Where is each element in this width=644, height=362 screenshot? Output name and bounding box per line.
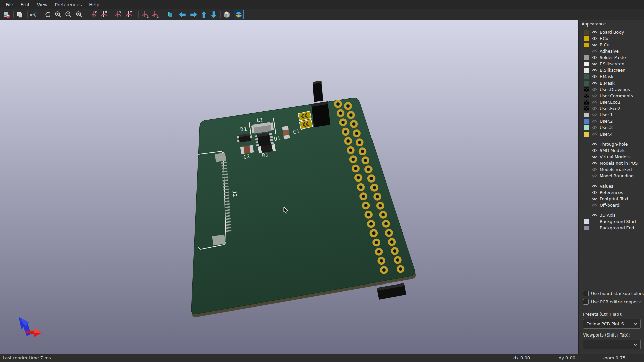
color-swatch[interactable]: [584, 119, 589, 124]
color-swatch[interactable]: [584, 132, 589, 137]
color-swatch[interactable]: [584, 94, 589, 98]
row-label: F.Cu: [600, 36, 608, 41]
color-swatch[interactable]: [584, 30, 589, 35]
color-swatch[interactable]: [584, 106, 589, 111]
visibility-eye-slash-icon[interactable]: [592, 87, 598, 92]
move-right-button[interactable]: [189, 10, 199, 19]
color-swatch[interactable]: [584, 226, 589, 230]
visibility-eye-slash-icon[interactable]: [592, 119, 598, 124]
toolbar-separator: [176, 11, 176, 18]
menu-help[interactable]: Help: [85, 1, 103, 9]
visibility-eye-slash-icon[interactable]: [592, 174, 598, 178]
row-user-eco2: User.Eco2: [579, 105, 644, 112]
move-down-icon: [209, 10, 218, 19]
row-b-silkscreen: B.Silkscreen: [579, 67, 644, 73]
visibility-eye-slash-icon[interactable]: [592, 132, 598, 137]
visibility-eye-icon[interactable]: [592, 74, 598, 79]
visibility-eye-slash-icon[interactable]: [592, 49, 598, 54]
visibility-eye-slash-icon[interactable]: [592, 113, 598, 117]
color-swatch[interactable]: [584, 62, 589, 66]
move-up-button[interactable]: [199, 10, 209, 19]
row-through-hole: Through-hole: [579, 141, 644, 147]
move-left-button[interactable]: [178, 10, 187, 19]
visibility-eye-slash-icon[interactable]: [592, 106, 598, 111]
menu-view[interactable]: View: [33, 1, 51, 9]
menu-preferences[interactable]: Preferences: [51, 1, 85, 9]
through-hole-pad: [376, 249, 382, 255]
orthographic-projection-button[interactable]: [222, 10, 232, 19]
row-label: Solder Paste: [600, 55, 626, 60]
visibility-eye-icon[interactable]: [592, 30, 598, 35]
visibility-eye-icon[interactable]: [592, 148, 598, 153]
redraw-icon: [44, 11, 52, 19]
color-swatch[interactable]: [584, 81, 589, 86]
checkbox-row-copper[interactable]: Use PCB editor copper c: [583, 299, 644, 305]
color-swatch[interactable]: [584, 113, 589, 117]
through-hole-pad: [366, 212, 371, 218]
copy-image-button[interactable]: [15, 10, 25, 19]
checkbox-row-stackup[interactable]: Use board stackup colors: [583, 291, 644, 296]
render-raytracing-button[interactable]: [29, 10, 38, 19]
menu-file[interactable]: File: [2, 1, 17, 9]
color-swatch[interactable]: [584, 74, 589, 79]
color-swatch[interactable]: [584, 43, 589, 47]
checkbox-use-board-stackup-colors[interactable]: [583, 291, 589, 296]
color-swatch[interactable]: [584, 68, 589, 73]
checkbox-use-pcb-editor-copper-colors[interactable]: [583, 299, 589, 305]
rotate-z-counterclockwise-button[interactable]: Z: [150, 10, 160, 19]
color-swatch[interactable]: [584, 36, 589, 41]
visibility-eye-icon[interactable]: [592, 184, 598, 189]
visibility-eye-icon[interactable]: [592, 81, 598, 86]
rotate-z-clockwise-button[interactable]: Z: [140, 10, 150, 19]
visibility-eye-icon[interactable]: [592, 155, 598, 159]
visibility-eye-icon[interactable]: [592, 68, 598, 73]
toolbar-separator: [87, 11, 87, 18]
visibility-eye-slash-icon[interactable]: [592, 125, 598, 130]
appearance-rows: Board BodyF.CuB.CuAdhesiveSolder PasteF.…: [579, 29, 644, 231]
visibility-eye-slash-icon[interactable]: [592, 167, 598, 172]
color-swatch[interactable]: [584, 219, 589, 224]
move-up-icon: [199, 10, 208, 19]
zoom-to-fit-button[interactable]: [75, 10, 84, 19]
rotate-y-counterclockwise-button[interactable]: Y: [124, 10, 134, 19]
visibility-eye-slash-icon[interactable]: [592, 94, 598, 98]
reload-board-button[interactable]: [2, 10, 12, 19]
visibility-eye-icon[interactable]: [592, 142, 598, 147]
row-f-silkscreen: F.Silkscreen: [579, 61, 644, 67]
presets-dropdown[interactable]: Follow PCB Plot S...: [583, 319, 641, 329]
rotate-y-clockwise-button[interactable]: Y: [113, 10, 123, 19]
move-down-button[interactable]: [209, 10, 219, 19]
zoom-in-button[interactable]: [54, 10, 63, 19]
toolbar-separator: [111, 11, 111, 18]
viewports-dropdown[interactable]: ---: [583, 340, 641, 349]
menu-edit[interactable]: Edit: [17, 1, 33, 9]
visibility-eye-slash-icon[interactable]: [592, 100, 598, 105]
visibility-eye-icon[interactable]: [592, 190, 598, 195]
color-swatch[interactable]: [584, 55, 589, 60]
visibility-eye-icon[interactable]: [592, 197, 598, 201]
visibility-eye-icon[interactable]: [592, 36, 598, 41]
through-hole-pad: [389, 239, 395, 245]
visibility-eye-icon[interactable]: [592, 161, 598, 166]
rotate-x-clockwise-button[interactable]: X: [89, 10, 98, 19]
rotate-x-counterclockwise-button[interactable]: X: [99, 10, 109, 19]
visibility-eye-icon[interactable]: [592, 62, 598, 66]
through-hole-pad: [371, 230, 377, 236]
visibility-eye-icon[interactable]: [592, 213, 598, 218]
color-swatch[interactable]: [584, 125, 589, 130]
color-swatch[interactable]: [584, 49, 589, 54]
visibility-eye-slash-icon[interactable]: [592, 203, 598, 208]
viewport-3d[interactable]: D1L1U1C1C2R1J2: [0, 20, 578, 354]
color-swatch[interactable]: [584, 87, 589, 92]
color-swatch[interactable]: [584, 100, 589, 105]
row-models-not-in-pos: Models not in POS: [579, 160, 644, 166]
row-user-1: User.1: [579, 112, 644, 118]
zoom-out-button[interactable]: [64, 10, 74, 19]
visibility-eye-icon[interactable]: [592, 43, 598, 47]
redraw-button[interactable]: [43, 10, 53, 19]
through-hole-pad: [340, 120, 346, 125]
through-hole-pad: [345, 138, 351, 144]
flip-board-button[interactable]: [165, 10, 175, 19]
visibility-eye-icon[interactable]: [592, 55, 598, 60]
toggle-appearance-panel-button[interactable]: [234, 10, 244, 19]
